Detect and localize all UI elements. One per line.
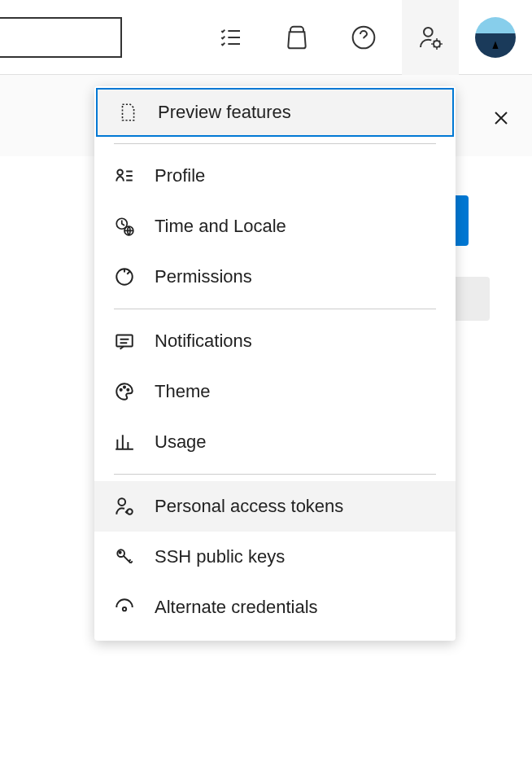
tasks-icon[interactable] xyxy=(202,0,259,75)
svg-point-13 xyxy=(120,552,121,554)
menu-item-theme[interactable]: Theme xyxy=(94,366,456,417)
menu-item-label: Time and Locale xyxy=(155,216,286,237)
menu-item-label: SSH public keys xyxy=(155,546,285,567)
pat-icon xyxy=(114,496,135,517)
credentials-icon xyxy=(114,597,135,618)
usage-icon xyxy=(114,431,135,453)
menu-item-time-locale[interactable]: Time and Locale xyxy=(94,201,456,252)
divider xyxy=(114,143,436,144)
menu-item-preview-features[interactable]: Preview features xyxy=(96,88,454,137)
ssh-icon xyxy=(114,546,135,567)
secondary-button-edge[interactable] xyxy=(454,277,490,321)
notifications-icon xyxy=(114,331,135,352)
svg-point-14 xyxy=(123,607,126,611)
menu-item-label: Theme xyxy=(155,381,210,402)
avatar[interactable] xyxy=(475,17,516,58)
menu-item-profile[interactable]: Profile xyxy=(94,151,456,201)
menu-item-label: Usage xyxy=(155,431,207,453)
preview-icon xyxy=(117,102,138,123)
menu-item-label: Preview features xyxy=(158,102,291,123)
close-button[interactable] xyxy=(485,102,517,134)
menu-item-label: Personal access tokens xyxy=(155,496,343,517)
svg-point-1 xyxy=(424,28,433,37)
menu-item-notifications[interactable]: Notifications xyxy=(94,316,456,366)
menu-item-label: Alternate credentials xyxy=(155,597,318,618)
menu-item-ssh-keys[interactable]: SSH public keys xyxy=(94,532,456,582)
svg-point-7 xyxy=(120,389,122,391)
menu-item-personal-access-tokens[interactable]: Personal access tokens xyxy=(94,481,456,532)
menu-item-label: Profile xyxy=(155,165,205,186)
menu-item-alternate-credentials[interactable]: Alternate credentials xyxy=(94,582,456,633)
divider xyxy=(114,309,436,309)
svg-point-2 xyxy=(434,41,440,47)
svg-rect-6 xyxy=(116,335,133,346)
search-input[interactable] xyxy=(0,17,122,58)
menu-item-permissions[interactable]: Permissions xyxy=(94,252,456,302)
svg-point-3 xyxy=(117,169,123,175)
menu-item-label: Permissions xyxy=(155,266,252,287)
menu-item-label: Notifications xyxy=(155,331,252,352)
permissions-icon xyxy=(114,266,135,287)
theme-icon xyxy=(114,381,135,402)
svg-point-8 xyxy=(124,387,125,388)
svg-point-10 xyxy=(118,498,125,506)
svg-point-11 xyxy=(127,509,133,515)
user-settings-menu: Preview features Profile Time and Locale… xyxy=(94,86,456,641)
profile-icon xyxy=(114,165,135,186)
svg-point-9 xyxy=(127,389,129,391)
primary-button-edge[interactable] xyxy=(454,195,469,246)
time-locale-icon xyxy=(114,216,135,237)
help-icon[interactable] xyxy=(335,0,392,75)
marketplace-icon[interactable] xyxy=(268,0,325,75)
user-settings-icon[interactable] xyxy=(402,0,459,75)
menu-item-usage[interactable]: Usage xyxy=(94,417,456,467)
divider xyxy=(114,474,436,475)
